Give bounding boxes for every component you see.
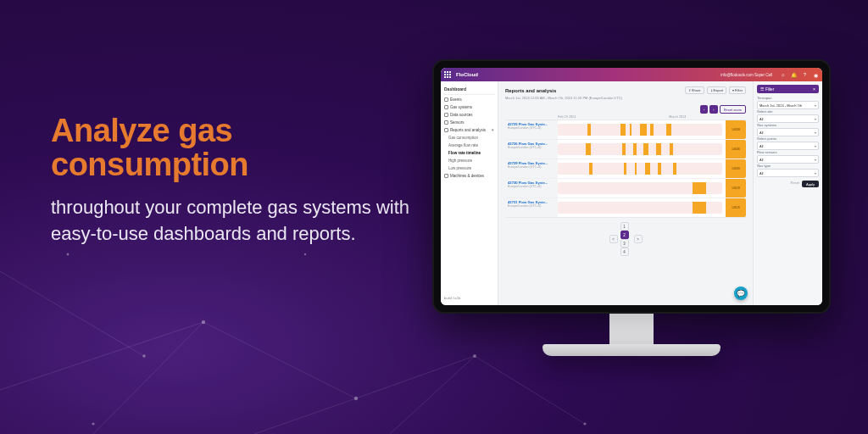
timeline-segment[interactable]: [693, 182, 706, 194]
sidebar-item[interactable]: Machines & devices: [443, 172, 495, 180]
page-number[interactable]: 4: [620, 248, 629, 256]
filter-field: Gas systemsAll: [757, 123, 819, 136]
filter-button[interactable]: ▾Filter: [729, 86, 746, 94]
timeline-segment[interactable]: [587, 124, 591, 136]
page-number[interactable]: 1: [620, 222, 629, 231]
chart-row: 42731 Flow Gas Syste...Europe/London (UT…: [505, 198, 746, 217]
timeline-segment[interactable]: [635, 163, 637, 175]
sidebar-subitem[interactable]: Gas consumption: [443, 134, 495, 142]
gas-icon: [444, 105, 448, 109]
timeline-segment[interactable]: [666, 124, 671, 136]
timeline-segment[interactable]: [586, 143, 591, 155]
filter-apply-button[interactable]: Apply: [802, 181, 819, 187]
sidebar-item-label: Events: [450, 97, 462, 102]
timeline-segment[interactable]: [643, 143, 648, 155]
filter-field: TimespanMarch 1st, 2024 - March 7th: [757, 96, 819, 109]
svg-point-10: [142, 354, 146, 358]
page-number[interactable]: 3: [620, 239, 629, 248]
db-icon: [444, 113, 448, 117]
pagination: < 1234 >: [505, 222, 746, 256]
chat-fab[interactable]: 💬: [734, 287, 748, 300]
close-icon[interactable]: ×: [813, 86, 815, 92]
sidebar-item[interactable]: Data sources: [443, 111, 495, 119]
filter-icon: ☰: [760, 87, 764, 92]
series-sub: Europe/London (UTC+0): [508, 165, 555, 169]
svg-point-9: [354, 397, 358, 400]
account-label[interactable]: info@flodouds.com Super Cell: [721, 73, 772, 77]
chart-next-button[interactable]: ›: [709, 105, 717, 114]
sidebar-subitem[interactable]: High pressure: [443, 157, 495, 164]
page-number[interactable]: 2: [620, 231, 629, 239]
filter-select[interactable]: March 1st, 2024 - March 7th: [757, 101, 819, 109]
help-icon[interactable]: ?: [802, 72, 808, 78]
svg-line-7: [390, 356, 475, 434]
timeline-segment[interactable]: [658, 163, 661, 175]
sidebar-item-label: Sensors: [450, 120, 465, 125]
product-monitor: FloCloud info@flodouds.com Super Cell ⌕ …: [432, 59, 831, 356]
date-range-summary: March 1st, 2024 12:00 AM - March 7th, 20…: [505, 96, 746, 100]
timeline-segment[interactable]: [589, 163, 593, 175]
timeline-segment[interactable]: [693, 202, 706, 214]
sidebar-item[interactable]: Events: [443, 96, 495, 103]
svg-point-12: [67, 253, 70, 256]
filter-field-label: Select points: [757, 136, 819, 141]
svg-point-8: [202, 320, 205, 324]
filter-field-label: Gas type: [757, 164, 819, 168]
filter-field-label: Gas systems: [757, 123, 819, 127]
filter-select[interactable]: All: [757, 169, 819, 177]
sidebar-subitem[interactable]: Flow rate timeline: [443, 149, 495, 157]
series-sub: Europe/London (UTC+0): [508, 204, 555, 208]
timeline-segment[interactable]: [673, 163, 676, 175]
search-icon[interactable]: ⌕: [780, 72, 786, 78]
bolt-icon: [444, 97, 448, 102]
timeline-segment[interactable]: [640, 124, 647, 136]
filter-select[interactable]: All: [757, 128, 819, 136]
timeline-segment[interactable]: [650, 124, 654, 136]
timeline-segment[interactable]: [633, 143, 637, 155]
sidebar-header: Dashboard: [443, 85, 495, 95]
sidebar-item[interactable]: Reports and analysis▾: [443, 126, 495, 134]
series-sub: Europe/London (UTC+0): [508, 126, 555, 130]
svg-point-13: [92, 422, 94, 425]
filter-field-label: Flow sensors: [757, 150, 819, 154]
sidebar-item-label: Reports and analysis: [450, 128, 486, 132]
reset-zoom-button[interactable]: Reset zoom: [720, 105, 746, 114]
sidebar-subitem[interactable]: Average flow rate: [443, 142, 495, 149]
page-prev[interactable]: <: [609, 235, 618, 243]
svg-line-6: [475, 356, 585, 424]
timeline-segment[interactable]: [670, 143, 673, 155]
series-value: 14636: [726, 140, 746, 159]
svg-line-0: [0, 322, 203, 390]
svg-line-2: [254, 398, 356, 434]
svg-point-14: [583, 422, 586, 425]
filter-select[interactable]: All: [757, 142, 819, 150]
timeline-segment[interactable]: [656, 143, 661, 155]
page-next[interactable]: >: [634, 235, 643, 243]
sidebar-item-label: Data sources: [450, 113, 473, 117]
filter-reset[interactable]: Reset: [791, 181, 799, 187]
filter-field: Select pointsAll: [757, 136, 819, 150]
timeline-segment[interactable]: [620, 124, 626, 136]
filter-field: Gas typeAll: [757, 164, 819, 177]
sidebar-item[interactable]: Gas systems: [443, 103, 495, 111]
bell-icon[interactable]: 🔔: [791, 72, 797, 78]
chart-row: 42726 Flow Gas Syste...Europe/London (UT…: [505, 139, 746, 159]
sidebar-item[interactable]: Sensors: [443, 119, 495, 126]
sidebar-subitem[interactable]: Low pressure: [443, 164, 495, 172]
svg-point-15: [304, 253, 306, 255]
series-value: 14628: [726, 179, 746, 198]
subheadline: throughout your complete gas systems wit…: [51, 194, 424, 247]
timeline-segment[interactable]: [622, 143, 626, 155]
sidebar-item-label: Gas systems: [450, 105, 472, 109]
timeline-segment[interactable]: [645, 163, 650, 175]
filter-select[interactable]: All: [757, 114, 819, 123]
user-icon[interactable]: ◉: [813, 72, 819, 78]
chart-prev-button[interactable]: ‹: [700, 105, 708, 114]
svg-line-5: [356, 356, 475, 398]
export-button[interactable]: ⤓Export: [707, 86, 727, 94]
share-button[interactable]: ⇪Share: [685, 86, 704, 94]
apps-icon[interactable]: [444, 71, 451, 78]
timeline-segment[interactable]: [624, 163, 627, 175]
filter-select[interactable]: All: [757, 155, 819, 164]
timeline-segment[interactable]: [630, 124, 632, 136]
